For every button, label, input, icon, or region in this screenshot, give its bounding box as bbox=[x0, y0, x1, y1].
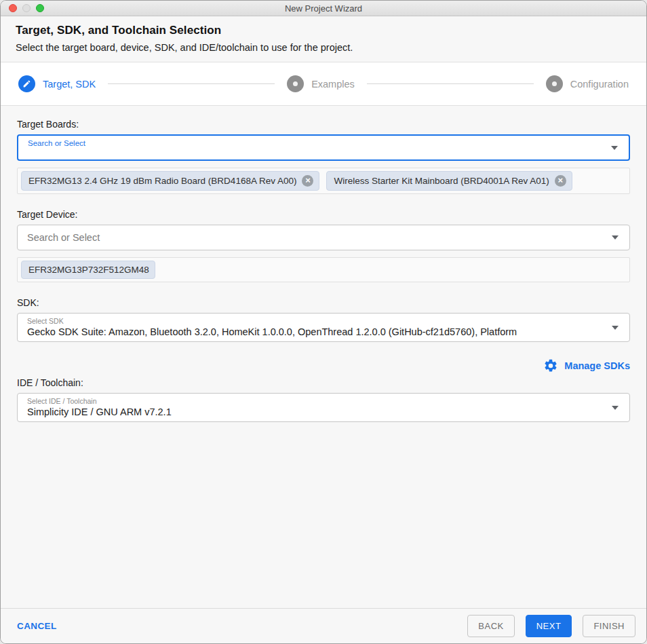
step-dot bbox=[552, 81, 557, 86]
sdk-field-label: Select SDK bbox=[27, 317, 602, 325]
step-label: Examples bbox=[311, 79, 355, 90]
sdk-label: SDK: bbox=[17, 297, 630, 308]
dropdown-arrow-icon[interactable] bbox=[612, 326, 619, 330]
minimize-window-icon[interactable] bbox=[22, 4, 31, 12]
ide-toolchain-label: IDE / Toolchain: bbox=[17, 377, 630, 388]
step-dot bbox=[293, 81, 298, 86]
next-button[interactable]: NEXT bbox=[526, 615, 572, 637]
wizard-footer: CANCEL BACK NEXT FINISH bbox=[1, 608, 646, 643]
footer-actions: BACK NEXT FINISH bbox=[467, 615, 635, 637]
ide-value: Simplicity IDE / GNU ARM v7.2.1 bbox=[27, 406, 602, 417]
chip-label: Wireless Starter Kit Mainboard (BRD4001A… bbox=[334, 176, 549, 186]
close-window-icon[interactable] bbox=[9, 4, 17, 12]
chip-label: EFR32MG13P732F512GM48 bbox=[28, 265, 149, 275]
dropdown-arrow-icon[interactable] bbox=[612, 235, 619, 240]
titlebar: New Project Wizard bbox=[1, 1, 646, 16]
target-boards-select[interactable]: Search or Select bbox=[17, 134, 630, 161]
window-title: New Project Wizard bbox=[285, 3, 362, 14]
back-button[interactable]: BACK bbox=[467, 615, 514, 637]
remove-chip-icon[interactable]: × bbox=[302, 175, 313, 187]
cancel-button[interactable]: CANCEL bbox=[17, 621, 57, 631]
step-label: Target, SDK bbox=[43, 79, 96, 90]
step-examples[interactable]: Examples bbox=[287, 75, 355, 92]
chip-label: EFR32MG13 2.4 GHz 19 dBm Radio Board (BR… bbox=[28, 176, 296, 186]
stepper-connector bbox=[108, 83, 275, 84]
sdk-value: Gecko SDK Suite: Amazon, Bluetooth 3.2.0… bbox=[27, 326, 602, 337]
ide-field-label: Select IDE / Toolchain bbox=[27, 397, 602, 405]
dropdown-arrow-icon[interactable] bbox=[611, 146, 618, 150]
chip: EFR32MG13P732F512GM48 bbox=[21, 261, 155, 279]
remove-chip-icon[interactable]: × bbox=[555, 175, 566, 187]
target-device-chips: EFR32MG13P732F512GM48 bbox=[17, 257, 630, 282]
target-device-select[interactable]: Search or Select bbox=[17, 225, 630, 250]
target-device-placeholder: Search or Select bbox=[27, 232, 602, 243]
page-title: Target, SDK, and Toolchain Selection bbox=[16, 24, 631, 37]
target-device-label: Target Device: bbox=[17, 209, 630, 220]
wizard-content: Target Boards: Search or Select EFR32MG1… bbox=[1, 106, 646, 608]
stepper-connector bbox=[367, 83, 534, 84]
zoom-window-icon[interactable] bbox=[36, 4, 44, 12]
manage-sdks-link[interactable]: Manage SDKs bbox=[564, 360, 630, 371]
target-boards-label: Target Boards: bbox=[17, 119, 630, 130]
wizard-header: Target, SDK, and Toolchain Selection Sel… bbox=[1, 16, 646, 62]
finish-button[interactable]: FINISH bbox=[583, 615, 635, 637]
dropdown-arrow-icon[interactable] bbox=[612, 406, 619, 410]
chip: EFR32MG13 2.4 GHz 19 dBm Radio Board (BR… bbox=[21, 171, 319, 191]
ide-toolchain-select[interactable]: Select IDE / Toolchain Simplicity IDE / … bbox=[17, 393, 630, 422]
sdk-select[interactable]: Select SDK Gecko SDK Suite: Amazon, Blue… bbox=[17, 313, 630, 342]
traffic-lights bbox=[9, 1, 44, 16]
step-label: Configuration bbox=[570, 79, 629, 90]
gear-icon[interactable] bbox=[543, 358, 558, 373]
pencil-icon bbox=[22, 79, 31, 88]
step-circle-icon bbox=[546, 75, 563, 92]
step-circle-icon bbox=[287, 75, 304, 92]
target-boards-chips: EFR32MG13 2.4 GHz 19 dBm Radio Board (BR… bbox=[17, 168, 630, 194]
wizard-stepper: Target, SDK Examples Configuration bbox=[1, 62, 646, 106]
manage-sdks-row: Manage SDKs bbox=[17, 358, 630, 373]
step-configuration[interactable]: Configuration bbox=[546, 75, 629, 92]
edit-icon bbox=[18, 75, 35, 92]
page-subtitle: Select the target board, device, SDK, an… bbox=[16, 42, 631, 53]
step-target-sdk[interactable]: Target, SDK bbox=[18, 75, 96, 92]
target-boards-placeholder: Search or Select bbox=[28, 139, 602, 147]
chip: Wireless Starter Kit Mainboard (BRD4001A… bbox=[326, 171, 572, 191]
new-project-wizard-window: New Project Wizard Target, SDK, and Tool… bbox=[0, 0, 647, 644]
